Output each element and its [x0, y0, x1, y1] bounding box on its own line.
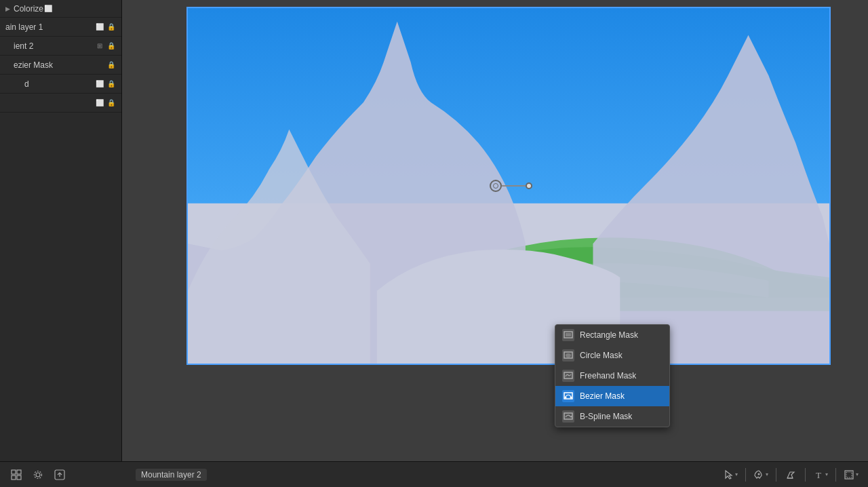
bezier-control-line	[502, 185, 526, 187]
separator-3	[805, 468, 806, 482]
svg-point-16	[35, 471, 42, 478]
menu-item-label-4: Bezier Mask	[580, 391, 625, 401]
duplicate-icon-2: ⬜	[95, 79, 104, 89]
sidebar-item-gradient[interactable]: ient 2 ⊞ 🔒	[0, 37, 121, 56]
bottom-toolbar: Mountain layer 2 ▾ ▾	[0, 461, 868, 487]
svg-rect-23	[846, 472, 852, 478]
separator-2	[776, 468, 776, 482]
rectangle-mask-icon	[562, 329, 574, 341]
sidebar-bezier-label: ezier Mask	[14, 60, 106, 70]
svg-rect-14	[17, 475, 21, 480]
sidebar-item-bezier[interactable]: ezier Mask 🔒	[0, 56, 121, 75]
text-tool-dropdown[interactable]: T ▾	[810, 468, 831, 482]
frame-tool-dropdown[interactable]: ▾	[841, 468, 861, 482]
menu-item-label-5: B-Spline Mask	[580, 412, 632, 421]
sidebar-icons-3: 🔒	[106, 60, 116, 70]
bezier-handle[interactable]	[526, 182, 532, 189]
sidebar-icons-5: ⬜ 🔒	[95, 98, 116, 108]
sidebar-item-empty[interactable]: ⬜ 🔒	[0, 94, 121, 113]
svg-point-5	[566, 353, 571, 357]
duplicate-icon-3: ⬜	[95, 98, 104, 108]
layer-name-label: Mountain layer 2	[136, 469, 207, 481]
svg-point-9	[570, 397, 572, 399]
grid-view-button[interactable]	[7, 465, 26, 484]
pen-tool-dropdown[interactable]: ▾	[751, 468, 771, 482]
brush-tool-button[interactable]	[781, 465, 800, 484]
svg-text:T: T	[816, 470, 821, 480]
lock-icon-5: 🔒	[106, 98, 116, 108]
export-button[interactable]	[50, 465, 69, 484]
settings-button[interactable]	[28, 465, 47, 484]
chevron-down-icon-2: ▾	[766, 471, 768, 478]
grid-icon: ⊞	[95, 41, 104, 51]
freehand-mask-icon	[562, 370, 574, 382]
tools-group-right: ▾ ▾ T ▾	[720, 465, 861, 484]
lock-icon-3: 🔒	[106, 60, 116, 70]
canvas-frame	[186, 7, 831, 365]
sidebar-item-d[interactable]: d ⬜ 🔒	[0, 75, 121, 94]
mask-type-menu: Rectangle Mask Circle Mask	[555, 324, 670, 427]
lock-icon-4: 🔒	[106, 79, 116, 89]
chevron-down-icon-3: ▾	[825, 471, 828, 478]
chevron-down-icon: ▾	[735, 471, 738, 478]
bezier-mask-icon	[562, 390, 574, 402]
bspline-mask-icon	[562, 410, 574, 423]
sidebar-icons: ⬜ 🔒	[95, 22, 116, 32]
duplicate-icon: ⬜	[95, 22, 104, 32]
sidebar-item-main-layer[interactable]: ain layer 1 ⬜ 🔒	[0, 18, 121, 37]
select-tool-dropdown[interactable]: ▾	[720, 468, 741, 482]
menu-item-label-3: Freehand Mask	[580, 371, 636, 381]
svg-point-15	[36, 473, 40, 477]
sidebar-gradient-label: ient 2	[14, 41, 95, 51]
canvas-area[interactable]: Rectangle Mask Circle Mask	[122, 0, 868, 461]
sidebar-item-icons: ⬜	[43, 3, 53, 14]
sidebar-d-label: d	[24, 79, 95, 89]
svg-point-19	[758, 473, 760, 475]
bezier-control-points	[490, 180, 532, 192]
bezier-node[interactable]	[490, 180, 502, 192]
svg-rect-3	[566, 333, 571, 336]
lock-icon: 🔒	[106, 22, 116, 32]
sidebar: ▶ Colorize ⬜ ain layer 1 ⬜ 🔒 ient 2 ⊞ 🔒 …	[0, 0, 122, 461]
menu-item-label: Rectangle Mask	[580, 330, 638, 340]
sidebar-icons-2: ⊞ 🔒	[95, 41, 116, 51]
menu-item-label-2: Circle Mask	[580, 351, 623, 360]
expand-arrow-icon: ▶	[5, 5, 10, 12]
menu-item-circle-mask[interactable]: Circle Mask	[555, 345, 669, 366]
visibility-icon: ⬜	[43, 4, 53, 14]
sidebar-item-label: Colorize	[14, 4, 43, 14]
menu-item-bspline-mask[interactable]: B-Spline Mask	[555, 406, 669, 427]
separator-1	[745, 468, 746, 482]
menu-item-freehand-mask[interactable]: Freehand Mask	[555, 366, 669, 386]
bezier-node-inner	[493, 183, 498, 189]
separator-4	[835, 468, 836, 482]
lock-icon-2: 🔒	[106, 41, 116, 51]
sidebar-item-colorize[interactable]: ▶ Colorize ⬜	[0, 0, 121, 18]
sidebar-icons-4: ⬜ 🔒	[95, 79, 116, 89]
svg-rect-12	[17, 470, 21, 474]
menu-item-rectangle-mask[interactable]: Rectangle Mask	[555, 325, 669, 345]
svg-rect-13	[12, 475, 16, 480]
menu-item-bezier-mask[interactable]: Bezier Mask	[555, 386, 669, 406]
svg-point-8	[565, 397, 567, 399]
sidebar-layer-label: ain layer 1	[5, 22, 95, 32]
svg-rect-11	[12, 470, 16, 474]
circle-mask-icon	[562, 349, 574, 362]
tools-group-left	[7, 465, 69, 484]
chevron-down-icon-4: ▾	[856, 471, 859, 478]
